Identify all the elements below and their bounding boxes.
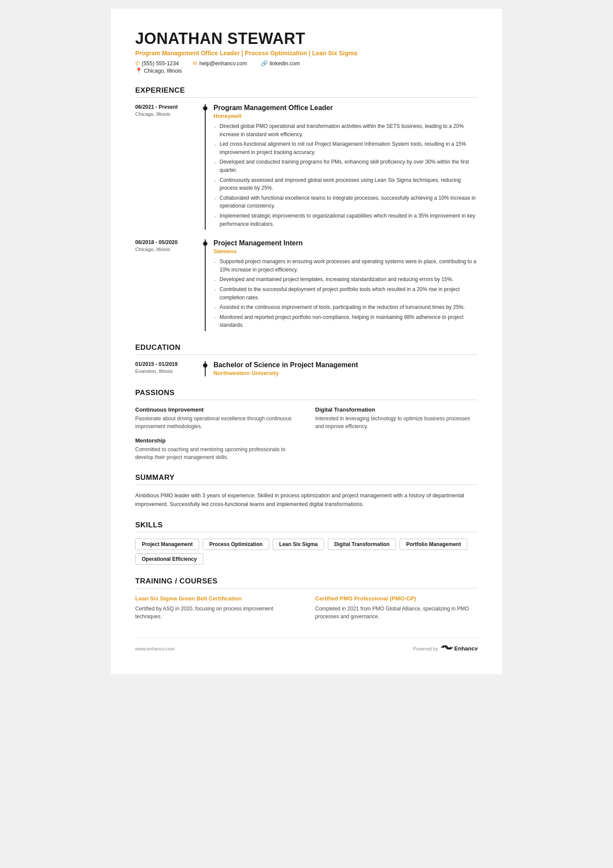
passion-title-2: Digital Transformation [315, 406, 478, 413]
passions-section-title: PASSIONS [135, 389, 478, 400]
exp-location-2: Chicago, Illinois [135, 247, 197, 252]
passion-desc-3: Committed to coaching and mentoring upco… [135, 446, 298, 461]
phone-text: (555) 555-1234 [142, 60, 179, 67]
bullet-1-5: Collaborated with functional excellence … [213, 194, 478, 210]
linkedin-icon: 🔗 [261, 60, 268, 67]
experience-section-title: EXPERIENCE [135, 86, 478, 98]
education-item-1: 01/2015 - 01/2019 Evanston, Illinois Bac… [135, 361, 478, 376]
passions-grid: Continuous Improvement Passionate about … [135, 406, 478, 461]
exp-date-2: 06/2018 - 05/2020 [135, 239, 197, 245]
passion-desc-2: Interested in leveraging technology to o… [315, 415, 478, 430]
enhancv-icon [441, 643, 453, 654]
training-title-2: Certified PMO Professional (PMO-CP) [315, 595, 478, 603]
bullet-1-3: Developed and conducted training program… [213, 158, 478, 174]
skills-section: SKILLS Project Management Process Optimi… [135, 521, 478, 565]
phone-contact: ✆ (555) 555-1234 [135, 60, 179, 67]
edu-location-1: Evanston, Illinois [135, 369, 197, 374]
passion-desc-1: Passionate about driving operational exc… [135, 415, 298, 430]
location-contact: 📍 Chicago, Illinois [135, 67, 478, 74]
training-grid: Lean Six Sigma Green Belt Certification … [135, 595, 478, 620]
experience-section: EXPERIENCE 06/2021 - Present Chicago, Il… [135, 86, 478, 331]
summary-text: Ambitious PMO leader with 3 years of exp… [135, 491, 478, 509]
experience-item-2: 06/2018 - 05/2020 Chicago, Illinois Proj… [135, 239, 478, 331]
edu-right-1: Bachelor of Science in Project Managemen… [205, 361, 478, 376]
location-text: Chicago, Illinois [144, 68, 182, 74]
edu-date-1: 01/2015 - 01/2019 [135, 361, 197, 367]
email-text: help@enhancv.com [199, 60, 247, 67]
resume-page: JONATHAN STEWART Program Management Offi… [111, 9, 502, 674]
exp-right-1: Program Management Office Leader Honeywe… [205, 104, 478, 230]
passion-title-1: Continuous Improvement [135, 406, 298, 413]
powered-by-label: Powered by [413, 646, 438, 651]
exp-right-2: Project Management Intern Siemens Suppor… [205, 239, 478, 331]
skill-tag-3: Lean Six Sigma [273, 539, 324, 550]
enhancv-logo: Enhancv [441, 643, 478, 654]
candidate-name: JONATHAN STEWART [135, 30, 478, 48]
skill-tag-4: Digital Transformation [328, 539, 396, 550]
exp-bullets-2: Supported project managers in ensuring w… [213, 258, 478, 329]
experience-item-1: 06/2021 - Present Chicago, Illinois Prog… [135, 104, 478, 230]
bullet-2-4: Assisted in the continuous improvement o… [213, 303, 478, 312]
training-section: TRAINING / COURSES Lean Six Sigma Green … [135, 577, 478, 620]
phone-icon: ✆ [135, 60, 140, 67]
footer: www.enhancv.com Powered by Enhancv [135, 638, 478, 654]
bullet-1-1: Directed global PMO operational and tran… [213, 122, 478, 138]
edu-left-1: 01/2015 - 01/2019 Evanston, Illinois [135, 361, 205, 376]
training-desc-1: Certified by ASQ in 2020, focusing on pr… [135, 605, 298, 620]
exp-company-1: Honeywell [213, 113, 478, 119]
skills-wrap: Project Management Process Optimization … [135, 539, 478, 565]
bullet-2-5: Monitored and reported project portfolio… [213, 313, 478, 329]
edu-degree-1: Bachelor of Science in Project Managemen… [213, 361, 478, 369]
bullet-1-6: Implemented strategic improvements to or… [213, 212, 478, 228]
passions-section: PASSIONS Continuous Improvement Passiona… [135, 389, 478, 461]
skill-tag-2: Process Optimization [203, 539, 269, 550]
exp-title-1: Program Management Office Leader [213, 104, 478, 112]
email-contact: ✉ help@enhancv.com [193, 60, 247, 67]
exp-left-2: 06/2018 - 05/2020 Chicago, Illinois [135, 239, 205, 331]
bullet-1-2: Led cross-functional alignment to roll o… [213, 140, 478, 156]
training-item-1: Lean Six Sigma Green Belt Certification … [135, 595, 298, 620]
edu-university-1: Northwestern University [213, 370, 478, 376]
brand-name: Enhancv [454, 645, 478, 652]
exp-company-2: Siemens [213, 248, 478, 255]
bullet-1-4: Continuously assessed and improved globa… [213, 176, 478, 192]
exp-left-1: 06/2021 - Present Chicago, Illinois [135, 104, 205, 230]
passion-title-3: Mentorship [135, 437, 298, 444]
summary-section: SUMMARY Ambitious PMO leader with 3 year… [135, 473, 478, 509]
exp-location-1: Chicago, Illinois [135, 111, 197, 117]
header-contacts: ✆ (555) 555-1234 ✉ help@enhancv.com 🔗 li… [135, 60, 478, 67]
skill-tag-6: Operational Efficiency [135, 553, 203, 565]
education-section-title: EDUCATION [135, 343, 478, 355]
summary-section-title: SUMMARY [135, 473, 478, 485]
passion-item-3: Mentorship Committed to coaching and men… [135, 437, 298, 461]
exp-date-1: 06/2021 - Present [135, 104, 197, 110]
training-desc-2: Completed in 2021 from PMO Global Allian… [315, 605, 478, 620]
footer-powered: Powered by Enhancv [413, 643, 478, 654]
exp-bullets-1: Directed global PMO operational and tran… [213, 122, 478, 228]
linkedin-contact: 🔗 linkedin.com [261, 60, 300, 67]
skill-tag-5: Portfolio Management [400, 539, 467, 550]
education-section: EDUCATION 01/2015 - 01/2019 Evanston, Il… [135, 343, 478, 376]
passion-item-1: Continuous Improvement Passionate about … [135, 406, 298, 430]
candidate-title: Program Management Office Leader | Proce… [135, 50, 478, 57]
footer-url: www.enhancv.com [135, 646, 175, 651]
exp-title-2: Project Management Intern [213, 239, 478, 247]
skills-section-title: SKILLS [135, 521, 478, 533]
email-icon: ✉ [193, 60, 197, 67]
skill-tag-1: Project Management [135, 539, 199, 550]
bullet-2-1: Supported project managers in ensuring w… [213, 258, 478, 274]
training-title-1: Lean Six Sigma Green Belt Certification [135, 595, 298, 603]
linkedin-text: linkedin.com [270, 60, 300, 67]
header: JONATHAN STEWART Program Management Offi… [135, 30, 478, 74]
location-icon: 📍 [135, 67, 142, 74]
training-section-title: TRAINING / COURSES [135, 577, 478, 589]
bullet-2-3: Contributed to the successful deployment… [213, 285, 478, 302]
bullet-2-2: Developed and maintained project templat… [213, 275, 478, 284]
passion-item-2: Digital Transformation Interested in lev… [315, 406, 478, 430]
training-item-2: Certified PMO Professional (PMO-CP) Comp… [315, 595, 478, 620]
